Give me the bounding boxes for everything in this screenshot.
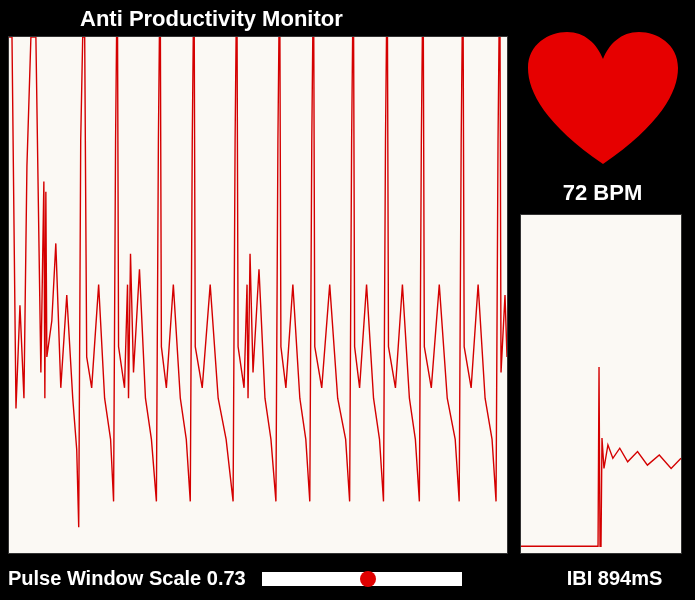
- scale-slider[interactable]: [262, 570, 462, 588]
- footer-bar: Pulse Window Scale 0.73 IBI 894mS: [8, 567, 687, 590]
- app-title: Anti Productivity Monitor: [80, 6, 343, 32]
- ibi-detail-chart: [521, 215, 681, 553]
- scale-readout: Pulse Window Scale 0.73: [8, 567, 246, 590]
- pulse-waveform-panel: [8, 36, 508, 554]
- pulse-waveform-chart: [9, 37, 507, 553]
- ibi-readout: IBI 894mS: [522, 567, 687, 590]
- scale-slider-thumb[interactable]: [360, 571, 376, 587]
- ibi-detail-panel: [520, 214, 682, 554]
- heart-icon: [520, 24, 685, 174]
- bpm-readout: 72 BPM: [520, 180, 685, 206]
